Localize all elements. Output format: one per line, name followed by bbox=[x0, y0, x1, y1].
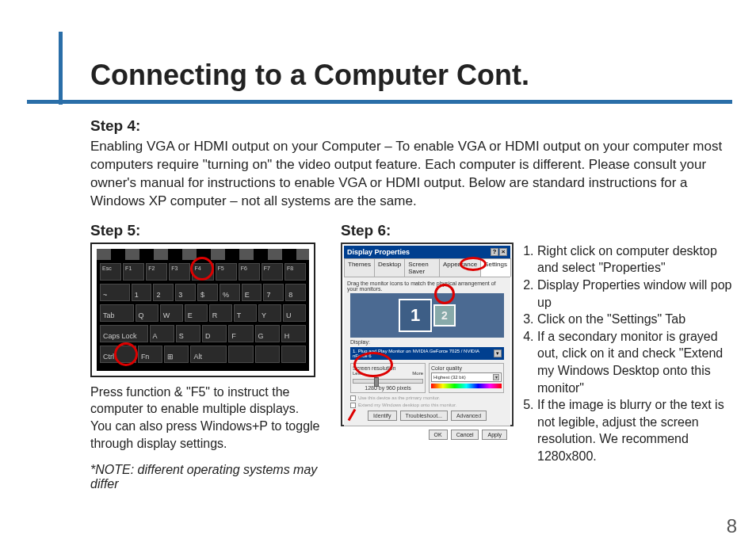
resolution-value: 1280 by 960 pixels bbox=[353, 385, 423, 391]
step5-p2: You can also press Windows+P to toggle t… bbox=[90, 418, 326, 452]
highlight-fn-key bbox=[114, 342, 138, 366]
step4-body: Enabling VGA or HDMI output on your Comp… bbox=[90, 138, 729, 211]
advanced-button: Advanced bbox=[451, 411, 487, 421]
ok-button: OK bbox=[429, 430, 448, 440]
highlight-settings-tab bbox=[460, 257, 487, 271]
step4-label: Step 4: bbox=[90, 117, 737, 135]
chevron-down-icon: ▾ bbox=[493, 374, 499, 380]
step6-label: Step 6: bbox=[341, 222, 737, 239]
columns: Step 5: Esc F1 F2 F3 F4 F5 F6 F7 bbox=[90, 222, 737, 491]
chevron-down-icon: ▾ bbox=[494, 349, 502, 357]
keyboard-row-num: ~ 1 2 3 $ % E 7 8 bbox=[100, 284, 306, 301]
highlight-f5-key bbox=[190, 257, 214, 281]
monitor-2-icon: 2 bbox=[433, 304, 456, 327]
manual-page: Connecting to a Computer Cont. Step 4: E… bbox=[0, 0, 756, 550]
apply-button: Apply bbox=[482, 430, 507, 440]
color-quality-dropdown: Highest (32 bit)▾ bbox=[431, 372, 502, 382]
page-number: 8 bbox=[727, 515, 737, 537]
tab-screensaver: Screen Saver bbox=[404, 258, 440, 277]
instruction-item: If a secondary monitor is grayed out, cl… bbox=[537, 328, 737, 396]
monitor-arrangement-area: 1 2 bbox=[350, 293, 504, 338]
instruction-item: Click on the "Settings" Tab bbox=[537, 311, 737, 328]
keyboard-row-qwerty: Tab Q W E R T Y U bbox=[100, 304, 306, 322]
monitor-1-icon: 1 bbox=[399, 299, 432, 332]
help-icon: ? bbox=[491, 248, 498, 256]
step5-note: *NOTE: different operating systems may d… bbox=[90, 463, 326, 491]
step5-body: Press function & "F5" to instruct the co… bbox=[90, 384, 326, 452]
instruction-item: If the image is blurry or the text is no… bbox=[537, 396, 737, 464]
step6-column: Step 6: Display Properties ?× Themes bbox=[341, 222, 737, 491]
step5-p1: Press function & "F5" to instruct the co… bbox=[90, 384, 326, 418]
close-icon: × bbox=[499, 248, 507, 256]
instruction-item: Display Properties window will pop up bbox=[537, 277, 737, 311]
decor-hline bbox=[27, 100, 732, 104]
identify-button: Identify bbox=[368, 411, 397, 421]
keyboard-row-asdf: Caps Lock A S D F G H bbox=[100, 325, 306, 342]
tab-desktop: Desktop bbox=[374, 258, 405, 277]
keyboard-illustration: Esc F1 F2 F3 F4 F5 F6 F7 F8 ~ 1 bbox=[90, 243, 315, 377]
dialog-hint: Drag the monitor icons to match the phys… bbox=[347, 281, 507, 292]
cancel-button: Cancel bbox=[451, 430, 479, 440]
page-title: Connecting to a Computer Cont. bbox=[90, 59, 529, 92]
display-properties-illustration: Display Properties ?× Themes Desktop Scr… bbox=[341, 243, 514, 465]
tab-themes: Themes bbox=[344, 258, 375, 277]
color-quality-section: Color quality Highest (32 bit)▾ bbox=[429, 363, 504, 393]
dialog-titlebar: Display Properties ?× bbox=[344, 246, 510, 258]
display-label: Display: bbox=[347, 339, 507, 345]
decor-vline bbox=[59, 32, 63, 105]
instruction-item: Right click on computer desktop and sele… bbox=[537, 243, 737, 277]
step6-instructions: Right click on computer desktop and sele… bbox=[521, 243, 737, 465]
window-buttons: ?× bbox=[491, 248, 507, 256]
color-rainbow-icon bbox=[431, 384, 502, 388]
checkbox-extend-desktop: Extend my Windows desktop onto this moni… bbox=[347, 402, 507, 409]
troubleshoot-button: Troubleshoot... bbox=[400, 411, 448, 421]
highlight-resolution-slider bbox=[353, 352, 393, 377]
step5-column: Step 5: Esc F1 F2 F3 F4 F5 F6 F7 bbox=[90, 222, 326, 491]
highlight-monitor-2 bbox=[434, 284, 455, 304]
content-area: Step 4: Enabling VGA or HDMI output on y… bbox=[90, 117, 737, 491]
dialog-title-text: Display Properties bbox=[347, 248, 410, 256]
checkbox-primary-monitor: Use this device as the primary monitor. bbox=[347, 395, 507, 402]
resolution-slider bbox=[353, 379, 423, 384]
step5-label: Step 5: bbox=[90, 222, 326, 239]
